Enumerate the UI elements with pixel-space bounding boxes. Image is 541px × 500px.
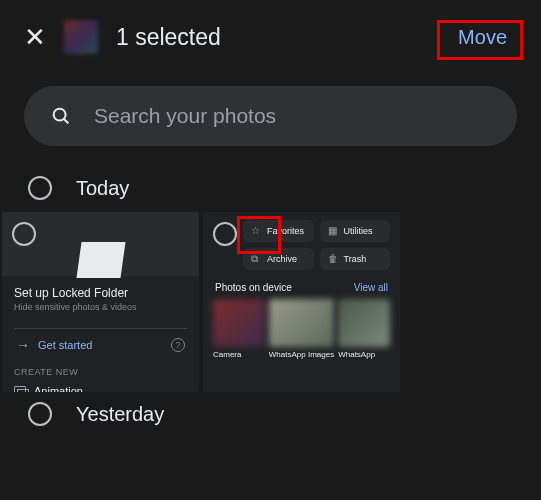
search-bar[interactable]: Search your photos [24, 86, 517, 146]
arrow-right-icon: → [16, 337, 30, 353]
create-animation-row: Animation [2, 383, 199, 392]
help-icon: ? [171, 338, 185, 352]
section-title-today: Today [76, 177, 129, 200]
selected-count-label: 1 selected [116, 24, 430, 51]
section-header-yesterday: Yesterday [0, 392, 541, 426]
chip-utilities: ▦Utilities [320, 220, 391, 242]
search-icon [50, 105, 72, 127]
device-album-whatsapp-images: WhatsApp Images [269, 299, 334, 359]
create-new-label: CREATE NEW [2, 363, 199, 383]
trash-icon: 🗑 [328, 254, 338, 264]
animation-icon [14, 386, 26, 392]
move-button[interactable]: Move [448, 22, 517, 53]
locked-folder-subtitle: Hide sensitive photos & videos [14, 302, 187, 312]
folder-icon [76, 242, 125, 278]
animation-label: Animation [34, 385, 83, 392]
screenshot-thumb-locked-folder[interactable]: Set up Locked Folder Hide sensitive phot… [2, 212, 199, 392]
svg-line-1 [64, 119, 68, 123]
select-all-today[interactable] [28, 176, 52, 200]
section-header-today: Today [0, 166, 541, 212]
device-album-camera: Camera [213, 299, 265, 359]
device-album-whatsapp: WhatsApp [338, 299, 390, 359]
locked-folder-art [2, 212, 199, 276]
screenshot-thumb-library[interactable]: ☆Favorites ▦Utilities ⧉Archive 🗑Trash Ph… [203, 212, 400, 392]
selected-thumbnail[interactable] [64, 20, 98, 54]
search-placeholder: Search your photos [94, 104, 276, 128]
view-all-link: View all [354, 282, 388, 293]
star-icon: ☆ [251, 226, 261, 236]
section-title-yesterday: Yesterday [76, 403, 164, 426]
utilities-icon: ▦ [328, 226, 338, 236]
selection-topbar: ✕ 1 selected Move [0, 0, 541, 72]
chip-favorites: ☆Favorites [243, 220, 314, 242]
photos-on-device-label: Photos on device [215, 282, 292, 293]
locked-folder-title: Set up Locked Folder [14, 286, 187, 300]
select-all-yesterday[interactable] [28, 402, 52, 426]
chip-archive: ⧉Archive [243, 248, 314, 270]
today-thumbnails: Set up Locked Folder Hide sensitive phot… [0, 212, 541, 392]
thumb-select-circle[interactable] [12, 222, 36, 246]
chip-trash: 🗑Trash [320, 248, 391, 270]
close-icon[interactable]: ✕ [24, 24, 46, 50]
album-thumb [338, 299, 390, 347]
thumb-select-circle[interactable] [213, 222, 237, 246]
locked-folder-cta: Get started [38, 339, 163, 351]
archive-icon: ⧉ [251, 254, 261, 264]
album-thumb [213, 299, 265, 347]
album-thumb [269, 299, 334, 347]
svg-point-0 [54, 109, 66, 121]
